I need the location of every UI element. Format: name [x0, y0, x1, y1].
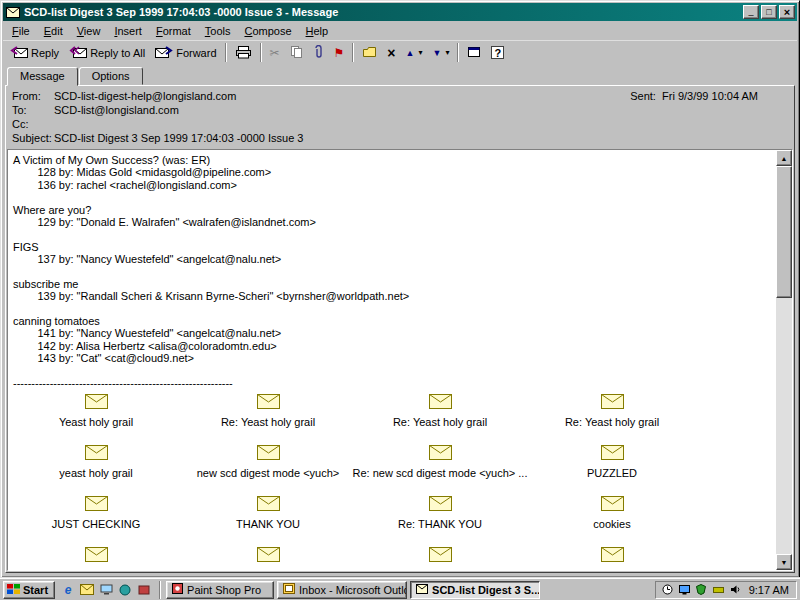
netmeeting-icon[interactable]	[136, 582, 152, 598]
body-line: ----------------------------------------…	[13, 377, 772, 389]
body-line: canning tomatoes	[13, 315, 772, 327]
message-window: SCD-list Digest 3 Sep 1999 17:04:03 -000…	[0, 0, 800, 578]
maximize-button[interactable]: □	[761, 5, 777, 19]
print-button[interactable]	[230, 42, 257, 63]
attachment-item[interactable]: Re: new scd digest mode <yuch> ...	[354, 442, 526, 493]
start-button[interactable]: Start	[3, 581, 55, 599]
tab-strip: Message Options	[3, 64, 797, 85]
attachment-label: yeast holy grail	[59, 467, 132, 479]
sent-label: Sent:	[630, 90, 656, 102]
toolbar-separator	[457, 43, 459, 62]
tab-message[interactable]: Message	[7, 67, 78, 86]
attachment-item[interactable]: Re: Yeast holy grail	[526, 391, 698, 442]
menu-insert[interactable]: Insert	[107, 23, 149, 39]
subject-row: Subject: SCD-list Digest 3 Sep 1999 17:0…	[12, 132, 788, 146]
menu-file[interactable]: File	[5, 23, 37, 39]
menu-tools[interactable]: Tools	[198, 23, 238, 39]
body-line: Where are you?	[13, 204, 772, 216]
attachment-item[interactable]: yeast holy grail	[10, 442, 182, 493]
outlook-inbox-icon	[283, 583, 295, 596]
body-line: 139 by: "Randall Scheri & Krisann Byrne-…	[13, 290, 772, 302]
next-item-button[interactable]: ▼ ▾	[427, 42, 454, 63]
vertical-scrollbar[interactable]: ▲ ▼	[776, 150, 792, 570]
toolbar-separator	[225, 43, 227, 62]
body-line	[13, 266, 772, 278]
chevron-down-icon: ▾	[445, 48, 449, 57]
flag-button[interactable]: ⚑	[329, 42, 350, 63]
attachment-item[interactable]: Re: THANK YOU	[354, 493, 526, 544]
body-line: 137 by: "Nancy Wuestefeld" <angelcat@nal…	[13, 253, 772, 265]
volume-icon[interactable]	[729, 583, 742, 596]
attachment-item[interactable]: cookies	[526, 493, 698, 544]
task-paint-shop-pro[interactable]: Paint Shop Pro	[166, 581, 274, 599]
cut-icon: ✂	[270, 47, 280, 59]
cc-label: Cc:	[12, 118, 54, 130]
attachment-item[interactable]: new scd digest mode <yuch>	[182, 442, 354, 493]
attach-button[interactable]	[308, 42, 329, 63]
attachment-item[interactable]: Re: Hi	[526, 544, 698, 571]
menu-format[interactable]: Format	[149, 23, 198, 39]
attachment-item[interactable]: Hi	[354, 544, 526, 571]
attachment-item[interactable]: Yeast holy grail	[10, 391, 182, 442]
menu-view[interactable]: View	[70, 23, 108, 39]
attachment-item[interactable]: where are the posts???	[182, 544, 354, 571]
scroll-down-icon: ▼	[781, 559, 788, 566]
views-button[interactable]	[462, 42, 486, 63]
reply-all-icon	[69, 45, 87, 60]
message-body[interactable]: A Victim of My Own Success? (was: ER) 12…	[7, 149, 793, 571]
taskbar-clock[interactable]: 9:17 AM	[749, 584, 789, 596]
menu-help[interactable]: Help	[299, 23, 336, 39]
attachment-item[interactable]: Re: Yeast holy grail	[182, 391, 354, 442]
forward-button[interactable]: Forward	[150, 42, 221, 63]
display-settings-icon[interactable]	[678, 583, 691, 596]
menu-edit[interactable]: Edit	[37, 23, 70, 39]
envelope-icon	[429, 547, 452, 564]
scroll-up-button[interactable]: ▲	[776, 150, 792, 166]
title-bar[interactable]: SCD-list Digest 3 Sep 1999 17:04:03 -000…	[3, 3, 797, 21]
copy-icon	[290, 45, 303, 60]
envelope-icon	[429, 445, 452, 462]
task-inbox-outlook[interactable]: Inbox - Microsoft Outlo...	[277, 581, 407, 599]
outlook-icon[interactable]	[79, 582, 95, 598]
attachment-label: Re: Yeast holy grail	[393, 416, 487, 428]
folder-icon	[362, 46, 377, 60]
attachment-item[interactable]: few messages	[10, 544, 182, 571]
task-scheduler-icon[interactable]	[661, 583, 674, 596]
previous-item-button[interactable]: ▲ ▾	[401, 42, 428, 63]
forward-icon	[155, 45, 173, 60]
move-to-folder-button[interactable]	[357, 42, 382, 63]
from-row: From: SCD-list-digest-help@longisland.co…	[12, 90, 788, 104]
from-value: SCD-list-digest-help@longisland.com	[54, 90, 236, 102]
menu-compose[interactable]: Compose	[237, 23, 298, 39]
body-line	[13, 365, 772, 377]
sent-field: Sent: Fri 9/3/99 10:04 AM	[630, 90, 758, 102]
minimize-icon: _	[748, 6, 753, 17]
attachment-label: Hi	[435, 569, 445, 571]
start-label: Start	[23, 584, 48, 596]
minimize-button[interactable]: _	[743, 5, 759, 19]
reply-button[interactable]: Reply	[5, 42, 64, 63]
from-label: From:	[12, 90, 54, 102]
window-title: SCD-list Digest 3 Sep 1999 17:04:03 -000…	[24, 6, 743, 18]
task-scd-digest[interactable]: SCD-list Digest 3 S...	[410, 581, 540, 599]
reply-all-button[interactable]: Reply to All	[64, 42, 150, 63]
attachment-item[interactable]: JUST CHECKING	[10, 493, 182, 544]
delete-button[interactable]: ×	[382, 42, 400, 63]
attachment-item[interactable]: THANK YOU	[182, 493, 354, 544]
internet-explorer-icon[interactable]: e	[60, 582, 76, 598]
tab-options[interactable]: Options	[79, 67, 143, 85]
show-desktop-icon[interactable]	[98, 582, 114, 598]
copy-button[interactable]	[285, 42, 308, 63]
scroll-down-button[interactable]: ▼	[776, 554, 792, 570]
envelope-icon	[257, 445, 280, 462]
antivirus-icon[interactable]	[695, 583, 708, 596]
modem-icon[interactable]	[712, 583, 725, 596]
attachment-item[interactable]: Re: Yeast holy grail	[354, 391, 526, 442]
attachment-item[interactable]: PUZZLED	[526, 442, 698, 493]
close-button[interactable]: ×	[779, 5, 795, 19]
cut-button[interactable]: ✂	[265, 42, 285, 63]
scrollbar-thumb[interactable]	[776, 166, 792, 298]
help-button[interactable]: ?	[486, 42, 509, 63]
channels-icon[interactable]	[117, 582, 133, 598]
body-line: A Victim of My Own Success? (was: ER)	[13, 154, 772, 166]
